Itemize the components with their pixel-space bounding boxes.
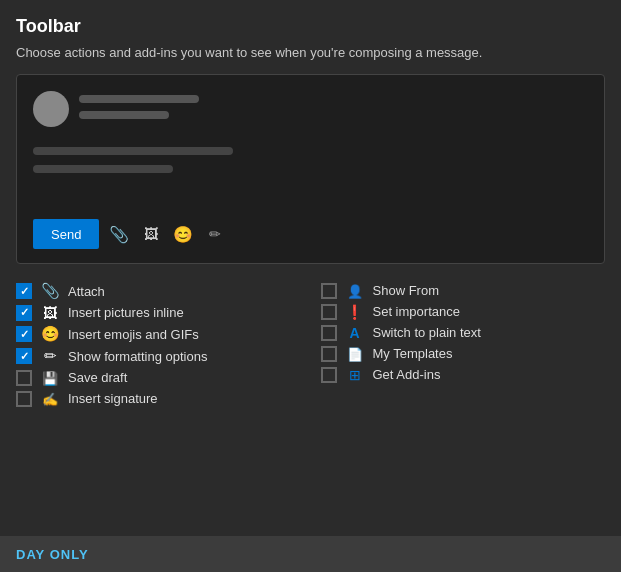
preview-header-lines xyxy=(79,91,199,127)
option-switch-plain: Switch to plain text xyxy=(321,322,606,343)
right-column: Show From Set importance Switch to plain… xyxy=(321,280,606,409)
preview-send-button[interactable]: Send xyxy=(33,219,99,249)
checkbox-switch-plain[interactable] xyxy=(321,325,337,341)
signature-icon xyxy=(40,390,60,407)
preview-emoji-icon[interactable]: 😊 xyxy=(171,222,195,246)
checkbox-attach[interactable] xyxy=(16,283,32,299)
preview-body xyxy=(33,147,588,173)
option-get-addins: Get Add-ins xyxy=(321,364,606,385)
day-only-label: DAY ONLY xyxy=(16,547,89,562)
checkbox-set-importance[interactable] xyxy=(321,304,337,320)
checkbox-save-draft[interactable] xyxy=(16,370,32,386)
label-show-formatting: Show formatting options xyxy=(68,349,207,364)
preview-body-line-1 xyxy=(33,147,233,155)
option-my-templates: My Templates xyxy=(321,343,606,364)
importance-icon xyxy=(345,303,365,320)
preview-body-line-2 xyxy=(33,165,173,173)
checkbox-show-from[interactable] xyxy=(321,283,337,299)
label-switch-plain: Switch to plain text xyxy=(373,325,481,340)
label-save-draft: Save draft xyxy=(68,370,127,385)
checkbox-insert-pictures[interactable] xyxy=(16,305,32,321)
preview-toolbar: Send 📎 🖼 😊 ✏ xyxy=(33,219,227,249)
page-title: Toolbar xyxy=(16,16,605,37)
email-preview: Send 📎 🖼 😊 ✏ xyxy=(16,74,605,264)
checkbox-my-templates[interactable] xyxy=(321,346,337,362)
preview-format-icon[interactable]: ✏ xyxy=(203,222,227,246)
option-insert-emojis: Insert emojis and GIFs xyxy=(16,323,301,345)
left-column: Attach Insert pictures inline Insert emo… xyxy=(16,280,301,409)
checkbox-show-formatting[interactable] xyxy=(16,348,32,364)
checkbox-get-addins[interactable] xyxy=(321,367,337,383)
preview-avatar xyxy=(33,91,69,127)
template-icon xyxy=(345,345,365,362)
preview-line-1 xyxy=(79,95,199,103)
image-icon xyxy=(40,304,60,321)
label-set-importance: Set importance xyxy=(373,304,460,319)
format-icon xyxy=(40,347,60,365)
addins-icon xyxy=(345,366,365,383)
preview-image-icon[interactable]: 🖼 xyxy=(139,222,163,246)
option-set-importance: Set importance xyxy=(321,301,606,322)
label-attach: Attach xyxy=(68,284,105,299)
label-insert-pictures: Insert pictures inline xyxy=(68,305,184,320)
bottom-bar: DAY ONLY xyxy=(0,536,621,572)
label-insert-emojis: Insert emojis and GIFs xyxy=(68,327,199,342)
option-insert-pictures: Insert pictures inline xyxy=(16,302,301,323)
option-show-formatting: Show formatting options xyxy=(16,345,301,367)
preview-attach-icon[interactable]: 📎 xyxy=(107,222,131,246)
showfrom-icon xyxy=(345,282,365,299)
savedraft-icon xyxy=(40,369,60,386)
checkbox-insert-signature[interactable] xyxy=(16,391,32,407)
checkbox-insert-emojis[interactable] xyxy=(16,326,32,342)
label-insert-signature: Insert signature xyxy=(68,391,158,406)
label-show-from: Show From xyxy=(373,283,439,298)
label-get-addins: Get Add-ins xyxy=(373,367,441,382)
option-show-from: Show From xyxy=(321,280,606,301)
emoji-icon xyxy=(40,325,60,343)
main-content: Toolbar Choose actions and add-ins you w… xyxy=(0,0,621,409)
page-description: Choose actions and add-ins you want to s… xyxy=(16,45,605,60)
label-my-templates: My Templates xyxy=(373,346,453,361)
plaintext-icon xyxy=(345,324,365,341)
attach-icon xyxy=(40,282,60,300)
options-grid: Attach Insert pictures inline Insert emo… xyxy=(16,280,605,409)
option-attach: Attach xyxy=(16,280,301,302)
preview-line-2 xyxy=(79,111,169,119)
option-insert-signature: Insert signature xyxy=(16,388,301,409)
option-save-draft: Save draft xyxy=(16,367,301,388)
